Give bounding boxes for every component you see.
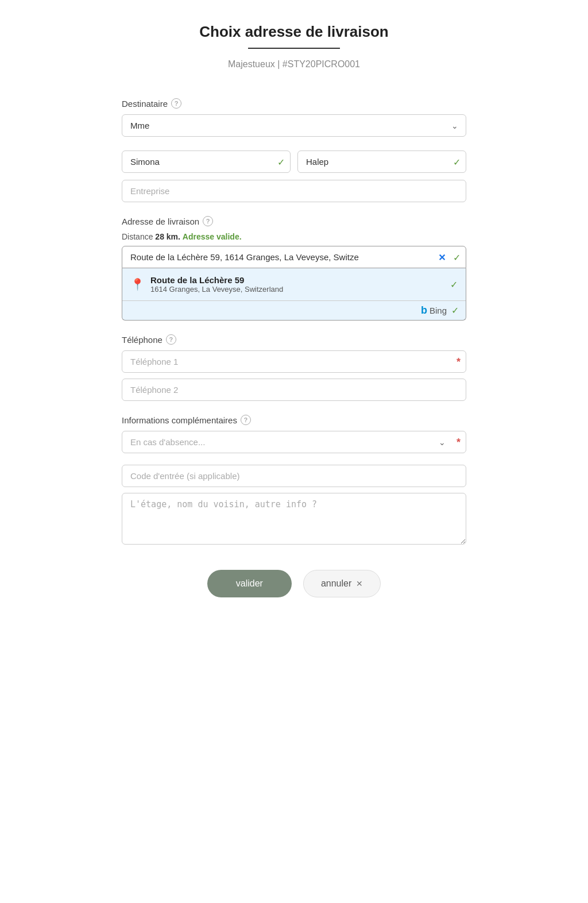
first-name-input[interactable] bbox=[122, 150, 291, 173]
bing-logo: b Bing bbox=[421, 304, 447, 317]
address-help-icon[interactable]: ? bbox=[203, 216, 213, 226]
last-name-input[interactable] bbox=[297, 150, 466, 173]
absence-select[interactable]: En cas d'absence... Laisser chez le vois… bbox=[122, 431, 466, 453]
page-subtitle: Majestueux | #STY20PICRO001 bbox=[122, 59, 466, 70]
bing-bar: b Bing ✓ bbox=[122, 300, 466, 320]
entreprise-input[interactable] bbox=[122, 180, 466, 202]
annuler-button[interactable]: annuler ✕ bbox=[303, 570, 381, 597]
phone1-required-icon: * bbox=[457, 356, 461, 368]
page-title: Choix adresse de livraison bbox=[122, 23, 466, 41]
telephone-help-icon[interactable]: ? bbox=[166, 334, 176, 345]
address-suggestion-item[interactable]: 📍 Route de la Léchère 59 1614 Granges, L… bbox=[122, 268, 466, 300]
telephone-label: Téléphone bbox=[122, 335, 163, 345]
first-name-check-icon: ✓ bbox=[277, 156, 285, 167]
destinataire-select[interactable]: Mme M. Autre bbox=[122, 114, 466, 137]
valider-button[interactable]: valider bbox=[207, 570, 292, 597]
last-name-check-icon: ✓ bbox=[453, 156, 461, 167]
address-check-icon: ✓ bbox=[453, 252, 461, 263]
bing-b-icon: b bbox=[421, 304, 427, 317]
absence-required-icon: * bbox=[457, 436, 461, 448]
address-clear-icon[interactable]: ✕ bbox=[438, 252, 446, 263]
suggestion-text: Route de la Léchère 59 1614 Granges, La … bbox=[150, 275, 444, 294]
distance-line: Distance 28 km. Adresse valide. bbox=[122, 232, 466, 241]
informations-label: Informations complémentaires bbox=[122, 415, 237, 425]
suggestion-check-icon: ✓ bbox=[450, 279, 458, 290]
address-label: Adresse de livraison bbox=[122, 217, 199, 226]
bing-text: Bing bbox=[430, 306, 447, 315]
bing-check-icon: ✓ bbox=[451, 305, 459, 316]
destinataire-label: Destinataire bbox=[122, 99, 168, 109]
address-input[interactable] bbox=[122, 246, 466, 268]
other-info-textarea[interactable] bbox=[122, 493, 466, 545]
annuler-x-icon: ✕ bbox=[356, 579, 363, 588]
informations-help-icon[interactable]: ? bbox=[241, 415, 251, 425]
destinataire-help-icon[interactable]: ? bbox=[171, 98, 181, 109]
annuler-label: annuler bbox=[321, 578, 351, 589]
phone2-input[interactable] bbox=[122, 379, 466, 401]
map-pin-icon: 📍 bbox=[130, 277, 145, 291]
title-divider bbox=[248, 48, 340, 49]
phone1-input[interactable] bbox=[122, 350, 466, 373]
code-input[interactable] bbox=[122, 465, 466, 487]
actions-bar: valider annuler ✕ bbox=[122, 570, 466, 597]
